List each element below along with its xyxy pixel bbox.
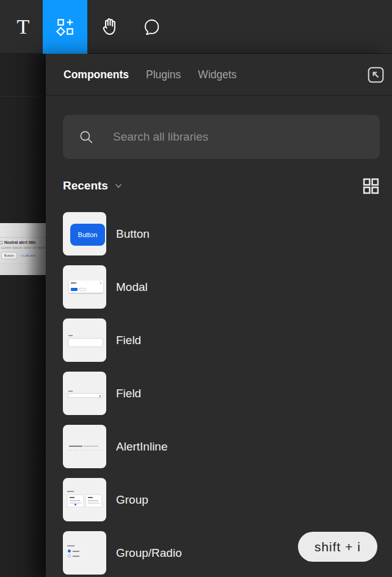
components-tool-button[interactable]	[43, 0, 87, 54]
comments-tool-button[interactable]	[131, 0, 172, 54]
shortcut-badge: shift + i	[298, 532, 377, 562]
list-item-alertinline[interactable]: AlertInline	[63, 425, 380, 468]
thumbnail-alert-inline	[63, 425, 106, 468]
thumbnail-modal	[63, 265, 106, 309]
hand-tool-button[interactable]	[87, 0, 131, 54]
text-tool-icon: T	[17, 17, 30, 37]
comment-bubble-icon	[142, 18, 161, 36]
grid-view-icon	[362, 177, 380, 195]
alert-body: Lorem ipsum dolor sit amet conse	[1, 246, 45, 249]
top-toolbar: T	[0, 0, 392, 54]
panel-tabs: Components Plugins Widgets	[46, 54, 392, 96]
panel-shadow-overlay	[0, 54, 46, 577]
search-input[interactable]	[113, 130, 368, 144]
thumbnail-field-input	[63, 318, 106, 362]
search-icon	[78, 129, 94, 145]
item-label: Field	[116, 334, 141, 347]
thumbnail-button: Button	[63, 212, 106, 255]
hand-icon	[100, 17, 119, 37]
canvas-peek-strip: Neutral alert title Lorem ipsum dolor si…	[0, 54, 46, 577]
text-tool-button[interactable]: T	[4, 0, 43, 54]
item-label: Field	[116, 387, 141, 400]
section-header: Recents	[63, 177, 380, 195]
item-label: Button	[116, 227, 150, 241]
thumb-modal-card	[69, 281, 103, 293]
list-item-field[interactable]: Field	[63, 318, 380, 362]
alert-link: + Link text	[20, 254, 35, 257]
tab-widgets[interactable]: Widgets	[198, 68, 236, 81]
alert-button: Button	[1, 252, 17, 259]
canvas-alert-inline: Neutral alert title Lorem ipsum dolor si…	[0, 237, 46, 264]
component-list: Button Button Modal	[63, 212, 380, 575]
alert-info-icon	[0, 241, 3, 244]
popout-button[interactable]	[367, 66, 384, 83]
components-icon	[56, 18, 74, 36]
recents-dropdown[interactable]: Recents	[63, 179, 123, 193]
list-item-group[interactable]: Group	[63, 478, 380, 521]
thumbnail-field-select	[63, 372, 106, 415]
item-label: AlertInline	[116, 440, 168, 454]
item-label: Group	[116, 493, 148, 507]
tab-plugins[interactable]: Plugins	[146, 68, 181, 81]
popout-icon	[368, 67, 384, 83]
list-item-modal[interactable]: Modal	[63, 265, 380, 309]
panel-body: Recents Button	[46, 115, 392, 575]
thumb-blue-button: Button	[70, 224, 105, 246]
components-panel: Components Plugins Widgets	[46, 54, 392, 577]
search-box[interactable]	[63, 115, 380, 159]
figma-dark-ui: T N	[0, 0, 392, 577]
thumbnail-group	[63, 478, 106, 521]
canvas-alert-card: Neutral alert title Lorem ipsum dolor si…	[0, 223, 46, 275]
alert-title: Neutral alert title	[4, 240, 35, 244]
item-label: Group/Radio	[116, 546, 182, 560]
tab-components[interactable]: Components	[64, 68, 129, 81]
list-item-field-select[interactable]: Field	[63, 372, 380, 415]
grid-view-button[interactable]	[361, 177, 380, 195]
section-title-text: Recents	[63, 179, 108, 193]
chevron-down-icon	[114, 182, 123, 190]
item-label: Modal	[116, 281, 148, 294]
list-item-button[interactable]: Button Button	[63, 212, 380, 255]
canvas-divider	[0, 96, 46, 97]
thumbnail-group-radio	[63, 531, 106, 575]
